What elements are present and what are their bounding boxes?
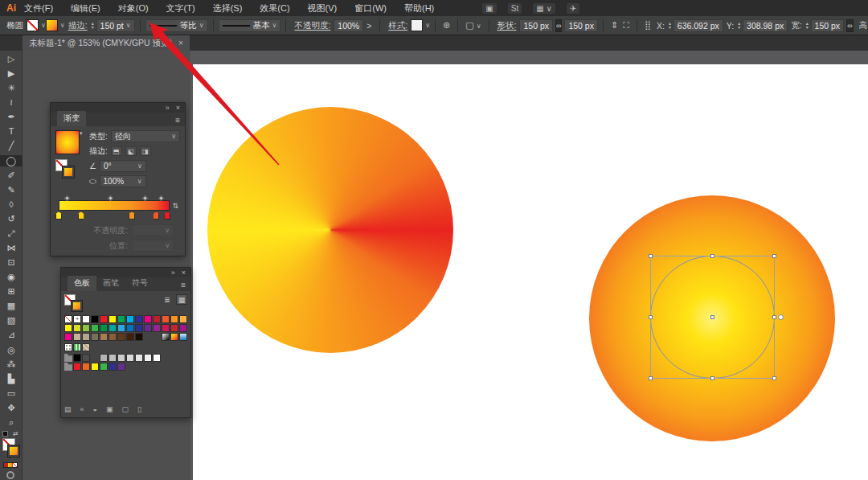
swatch-options-icon[interactable]: ◒	[93, 405, 97, 413]
swatch[interactable]	[153, 354, 161, 362]
gradient-stop[interactable]	[78, 211, 84, 219]
tab-gradient[interactable]: 渐变	[57, 111, 86, 126]
swatch[interactable]	[100, 315, 108, 323]
swatch[interactable]	[117, 354, 125, 362]
style-chevron-icon[interactable]: ∨	[425, 22, 430, 29]
none-button[interactable]	[13, 463, 17, 467]
shape-label[interactable]: 形状:	[497, 20, 517, 31]
gradient-stroke-proxy[interactable]	[62, 166, 75, 178]
scale-tool[interactable]: ⤢	[0, 228, 23, 239]
collapse-panel-icon[interactable]: »	[171, 269, 175, 277]
handle-top-right[interactable]	[772, 254, 776, 258]
menu-item[interactable]: 文字(T)	[166, 2, 195, 14]
swatch[interactable]	[170, 315, 178, 323]
swatch[interactable]	[144, 354, 152, 362]
symbol-sprayer-tool[interactable]: ⁂	[0, 359, 23, 370]
new-swatch-icon[interactable]: ▢	[121, 405, 129, 413]
conical-gradient-circle[interactable]	[207, 107, 453, 353]
swatch[interactable]	[73, 343, 81, 351]
menu-item[interactable]: 视图(V)	[308, 2, 338, 14]
gradient-slider[interactable]: ⇅	[57, 194, 178, 221]
gradient-aspect-dropdown[interactable]: 100%∨	[100, 175, 146, 187]
menu-item[interactable]: 对象(O)	[118, 2, 149, 14]
swap-fill-stroke-icon[interactable]: ⇄	[13, 430, 18, 437]
eraser-tool[interactable]: ◊	[0, 199, 23, 210]
document-tab[interactable]: 未标题-1* @ 153% (CMYK/GPU 预览) ×	[23, 35, 190, 51]
swatch-group-folder-icon[interactable]	[64, 363, 72, 371]
handle-bottom-right[interactable]	[772, 376, 776, 380]
tab-symbols[interactable]: 符号	[125, 276, 154, 291]
gradient-stop[interactable]	[129, 211, 135, 219]
pen-tool[interactable]: ✒	[0, 111, 23, 122]
swatch[interactable]	[144, 315, 152, 323]
column-graph-tool[interactable]: ▙	[0, 373, 23, 384]
recolor-artwork-icon[interactable]: ⊛	[443, 20, 450, 31]
shape-builder-tool[interactable]: ◉	[0, 271, 23, 282]
stroke-weight-stepper[interactable]: ▲▼	[91, 22, 95, 30]
swatch[interactable]	[100, 324, 108, 332]
swatch[interactable]	[82, 333, 90, 341]
eyedropper-tool[interactable]: ⊿	[0, 329, 23, 340]
stroke-weight-label[interactable]: 描边:	[68, 20, 88, 31]
handle-middle-right[interactable]	[772, 315, 776, 319]
swatch[interactable]	[117, 333, 125, 341]
collapse-panel-icon[interactable]: »	[166, 104, 170, 112]
selection-tool[interactable]: ▷	[0, 53, 23, 64]
swatch[interactable]	[91, 324, 99, 332]
w-stepper[interactable]: ▲▼	[805, 22, 809, 30]
shape-width-field[interactable]: 150 px	[519, 19, 553, 32]
drawing-modes-icon[interactable]	[6, 471, 14, 479]
swatch[interactable]	[100, 354, 108, 362]
swatch[interactable]	[135, 315, 143, 323]
perspective-grid-tool[interactable]: ⊞	[0, 285, 23, 297]
width-profile-dropdown[interactable]: 等比∨	[145, 19, 208, 32]
selection-side-widget[interactable]	[778, 314, 784, 320]
swatch[interactable]	[135, 354, 143, 362]
swatch[interactable]	[82, 363, 90, 371]
line-segment-tool[interactable]: ╱	[0, 140, 23, 151]
swatch[interactable]	[64, 315, 72, 323]
fill-swatch[interactable]	[27, 19, 39, 31]
paintbrush-tool[interactable]: ✐	[0, 170, 23, 181]
menu-item[interactable]: 效果(C)	[260, 2, 289, 14]
swatch[interactable]	[153, 324, 161, 332]
gradient-angle-dropdown[interactable]: 0°∨	[100, 160, 146, 172]
swatch-kinds-icon[interactable]: «	[80, 405, 84, 413]
menu-item[interactable]: 文件(F)	[24, 2, 53, 14]
swatch[interactable]	[108, 324, 117, 332]
swatch[interactable]	[64, 343, 72, 351]
swatch[interactable]	[108, 363, 117, 371]
x-field[interactable]: 636.092 px	[674, 19, 723, 32]
swatch-group-folder-icon[interactable]	[64, 354, 72, 362]
y-stepper[interactable]: ▲▼	[737, 22, 741, 30]
shape-link-icon[interactable]: ∞	[555, 19, 562, 32]
w-field[interactable]: 150 px	[811, 19, 845, 32]
close-panel-icon[interactable]: ×	[182, 269, 186, 277]
type-tool[interactable]: T	[0, 125, 23, 137]
swatch[interactable]	[135, 324, 143, 332]
stroke-weight-field[interactable]: 150 pt∨	[96, 19, 135, 32]
blend-tool[interactable]: ◎	[0, 344, 23, 355]
swatch[interactable]	[100, 333, 108, 341]
swatch[interactable]	[135, 333, 143, 341]
gradient-stop[interactable]	[164, 211, 170, 219]
swatch[interactable]	[179, 315, 187, 323]
magic-wand-tool[interactable]: ✳	[0, 82, 23, 93]
panel-menu-icon[interactable]: ≡	[175, 116, 180, 126]
opacity-label[interactable]: 不透明度:	[294, 20, 330, 31]
zoom-tool[interactable]: ⌕	[0, 416, 23, 428]
style-swatch[interactable]	[411, 19, 423, 31]
color-gradient-none-buttons[interactable]	[3, 462, 18, 468]
swatch[interactable]	[126, 333, 134, 341]
swatch[interactable]	[162, 333, 170, 341]
stroke-swatch[interactable]	[46, 19, 58, 31]
opacity-more-button[interactable]: >	[366, 21, 371, 31]
close-panel-icon[interactable]: ×	[176, 104, 180, 112]
swatch[interactable]	[126, 324, 134, 332]
swatch[interactable]	[117, 363, 125, 371]
gradient-across-stroke-icon[interactable]: ◨	[140, 146, 151, 156]
swatch[interactable]	[91, 333, 99, 341]
gradient-stop[interactable]	[153, 211, 159, 219]
new-color-group-icon[interactable]: ▣	[106, 405, 113, 413]
style-label[interactable]: 样式:	[388, 20, 407, 31]
